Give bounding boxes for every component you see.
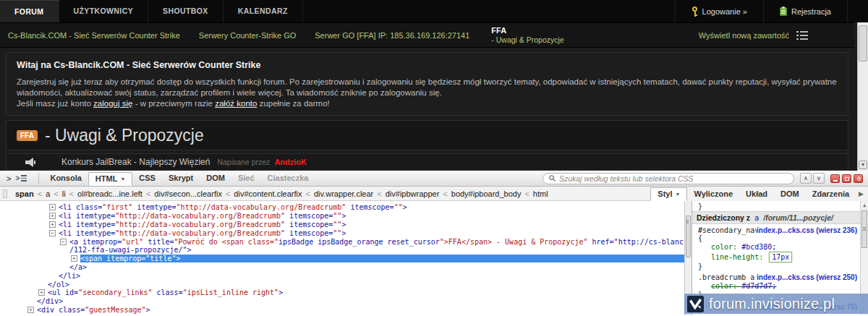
watermark-banner: forum.invisionize.pl <box>684 294 868 314</box>
path-separator: < <box>54 189 58 198</box>
path-item[interactable]: a <box>46 189 50 198</box>
style-tab-zdarzenia[interactable]: Zdarzenia <box>806 188 856 200</box>
watermark-text: forum.invisionize.pl <box>709 296 835 312</box>
path-item[interactable]: html <box>533 189 548 198</box>
expand-node-icon[interactable]: + <box>38 289 45 296</box>
register-link[interactable]: załóż konto <box>215 99 257 108</box>
devtools-tab-konsola[interactable]: Konsola <box>43 172 88 184</box>
code-line[interactable]: </div> <box>0 297 684 306</box>
style-scrollbar-thumb[interactable] <box>861 210 867 248</box>
path-separator: < <box>146 189 150 198</box>
devtools-tab-html[interactable]: HTML▼ <box>88 172 132 186</box>
devtools-tabs: KonsolaHTML▼CSSSkryptDOMSiećCiasteczka <box>43 171 315 185</box>
code-line[interactable]: </li> <box>0 271 684 280</box>
code-line[interactable]: +<li itemtype="http://data-vocabulary.or… <box>0 221 684 229</box>
site-tab-użytkownicy[interactable]: UŻYTKOWNICY <box>59 0 149 22</box>
register-label: Rejestracja <box>791 7 831 16</box>
style-tab-styl[interactable]: Styl▼ <box>650 187 687 201</box>
search-prev-button[interactable]: ∧ <box>800 173 812 184</box>
register-button[interactable]: Rejestracja <box>763 0 848 22</box>
site-navbar: FORUMUŻYTKOWNICYSHOUTBOXKALENDARZ Logowa… <box>0 0 868 22</box>
css-source-link[interactable]: index.p...cks.css (wiersz 236) <box>757 226 857 234</box>
style-tab-układ[interactable]: Układ <box>739 188 774 200</box>
code-line[interactable]: /112-ffa-uwagi-propozycje/"> <box>0 246 684 255</box>
devtools-search[interactable] <box>542 173 794 184</box>
expand-node-icon[interactable]: + <box>49 213 56 219</box>
expand-node-icon[interactable]: + <box>71 255 77 262</box>
devtools-tab-ciasteczka[interactable]: Ciasteczka <box>261 172 315 184</box>
devtools-breadcrumb-row: span<a<li<ol#breadc...ine.left<div#secon… <box>0 187 868 201</box>
tabs-overflow-icon[interactable]: ▶ <box>859 190 864 197</box>
detach-window-button[interactable] <box>842 174 851 183</box>
path-item[interactable]: li <box>62 189 66 198</box>
devtools-tab-skrypt[interactable]: Skrypt <box>162 172 200 184</box>
code-line[interactable]: </a> <box>0 263 684 272</box>
css-property[interactable]: line-height: 17px <box>698 252 857 262</box>
css-property[interactable]: color: #bcd380; <box>698 242 857 252</box>
breadcrumb-server[interactable]: Serwer GO [FFA] IP: 185.36.169.126:27141 <box>315 31 469 40</box>
guest-message-panel: Witaj na Cs-Blancik.COM - Sieć Serwerów … <box>6 52 848 116</box>
site-tab-forum[interactable]: FORUM <box>0 0 59 22</box>
code-line[interactable]: +<li itemtype="http://data-vocabulary.or… <box>0 212 684 221</box>
code-line[interactable]: </ol> <box>0 280 684 289</box>
path-item[interactable]: span <box>15 189 34 198</box>
scrollbar-down-button[interactable]: ▾ <box>859 161 867 169</box>
expand-node-icon[interactable]: + <box>49 221 56 228</box>
code-line-selected[interactable]: +<span itemprop="title"> <box>0 255 684 263</box>
breadcrumb-current[interactable]: FFA - Uwagi & Propozycje <box>491 26 563 45</box>
devtools-tab-dom[interactable]: DOM <box>200 172 231 184</box>
inherited-source-link[interactable]: /forum/11...pozycje/ <box>763 213 833 222</box>
inspect-element-icon[interactable]: > <box>15 174 27 182</box>
code-line[interactable]: −<li itemtype="http://data-vocabulary.or… <box>0 229 684 237</box>
scrollbar-thumb[interactable] <box>859 25 867 61</box>
code-scrollbar-thumb[interactable] <box>686 215 691 257</box>
minimize-button[interactable] <box>830 174 840 183</box>
expand-node-icon[interactable]: + <box>27 307 34 313</box>
topic-title[interactable]: Konkurs JailBreak - Najlepszy Więzień <box>61 157 210 167</box>
code-line[interactable]: +<ul id="secondary_links" class="ipsList… <box>0 289 684 297</box>
css-rule-close-brace: } <box>698 262 857 271</box>
css-source-link[interactable]: index.p...cks.css (wiersz 250) <box>757 273 857 281</box>
path-separator: < <box>377 189 381 198</box>
login-button[interactable]: Logowanie » <box>675 0 763 22</box>
devtools-tab-sieć[interactable]: Sieć <box>231 172 261 184</box>
list-icon[interactable] <box>796 31 808 40</box>
breadcrumb-category[interactable]: Serwery Counter-Strike GO <box>199 31 296 40</box>
style-tab-wyliczone[interactable]: Wyliczone <box>687 188 739 200</box>
code-line[interactable]: +<li class="first" itemtype="http://data… <box>0 203 684 212</box>
collapse-node-icon[interactable]: − <box>49 230 56 236</box>
browser-scrollbar[interactable]: ▾ <box>857 22 868 171</box>
site-tab-kalendarz[interactable]: KALENDARZ <box>224 0 303 22</box>
breadcrumb-bar: Cs-Blancik.COM - Sieć Serwerów Counter S… <box>0 22 854 48</box>
path-item[interactable]: div#secon...clearfix <box>154 189 222 198</box>
path-item[interactable]: div#content.clearfix <box>234 189 302 198</box>
scroll-up-arrow-icon[interactable]: ▲ <box>861 202 867 208</box>
css-property[interactable]: color: #d7d7d7; <box>698 281 857 291</box>
style-tab-dom[interactable]: DOM <box>774 188 806 200</box>
devtools-search-input[interactable] <box>559 174 788 183</box>
view-new-content-link[interactable]: Wyświetl nową zawartość <box>699 31 789 40</box>
expand-node-icon[interactable]: + <box>49 204 56 210</box>
topic-author[interactable]: AndzioK <box>274 158 307 166</box>
path-item[interactable]: ol#breadc...ine.left <box>77 189 142 198</box>
search-next-button[interactable]: ∨ <box>813 173 825 184</box>
path-separator: < <box>38 189 42 198</box>
site-tab-shoutbox[interactable]: SHOUTBOX <box>148 0 224 22</box>
firebug-menu-icon[interactable]: > <box>7 174 11 183</box>
login-link[interactable]: zaloguj się <box>93 99 132 108</box>
search-nav-buttons: ∧ ∨ <box>800 173 825 184</box>
devtools-tab-css[interactable]: CSS <box>132 172 162 184</box>
path-item[interactable]: div#ipbwrapper <box>386 189 440 198</box>
key-icon <box>692 7 698 17</box>
close-power-button[interactable] <box>854 174 863 183</box>
path-item[interactable]: body#ipboard_body <box>451 189 522 198</box>
dom-path: span<a<li<ol#breadc...ine.left<div#secon… <box>0 189 744 198</box>
collapse-node-icon[interactable]: − <box>60 239 67 245</box>
topic-row[interactable]: Konkurs JailBreak - Najlepszy Więzień Na… <box>6 153 848 171</box>
code-line[interactable]: +<div class="guestMessage"> <box>0 306 684 315</box>
path-item[interactable]: div.wrapper.clear <box>314 189 373 198</box>
css-value-edit-field[interactable]: 17px <box>769 252 792 262</box>
breadcrumb-home[interactable]: Cs-Blancik.COM - Sieć Serwerów Counter S… <box>8 31 180 40</box>
code-line[interactable]: −<a itemprop="url" title="Powróć do <spa… <box>0 237 684 246</box>
search-icon <box>549 175 556 182</box>
